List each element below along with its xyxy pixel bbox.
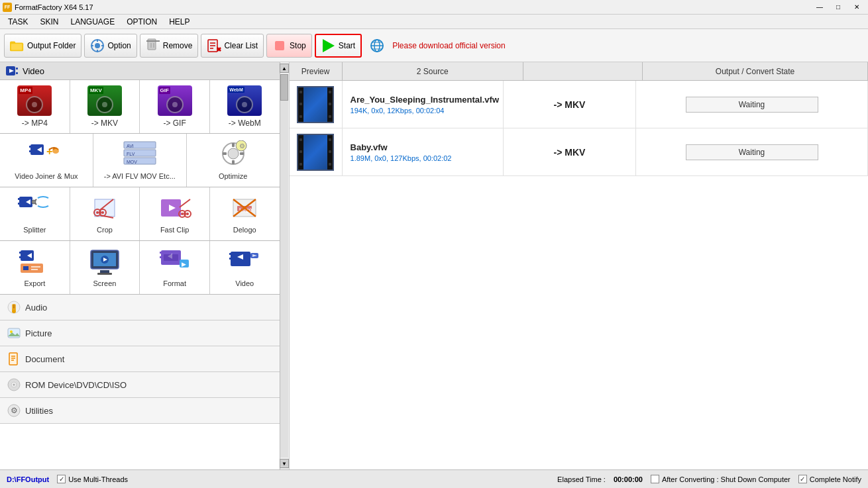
stop-button[interactable]: Stop: [266, 34, 312, 58]
output-folder-button[interactable]: Output Folder: [4, 34, 81, 58]
svg-point-66: [181, 213, 184, 215]
video-section-header: Video: [0, 62, 280, 80]
svg-point-4: [95, 43, 100, 48]
close-button[interactable]: ✕: [848, 1, 865, 14]
svg-rect-83: [100, 270, 109, 273]
svg-rect-31: [29, 146, 31, 148]
svg-rect-102: [13, 305, 15, 309]
svg-rect-28: [16, 72, 18, 74]
minimize-button[interactable]: —: [811, 1, 828, 14]
fileinfo-cell-1: Are_You_Sleeping_Instrumental.vfw 194K, …: [343, 81, 504, 128]
mkv-icon: MKV: [87, 85, 122, 116]
clear-list-button[interactable]: Clear List: [201, 34, 264, 58]
tool-avi[interactable]: AVI FLV MOV -> AVI FLV MOV Etc...: [93, 134, 186, 187]
picture-label: Picture: [25, 328, 52, 338]
svg-rect-2: [11, 44, 23, 50]
preview-header-text: Preview: [301, 67, 330, 76]
video-section-label: Video: [23, 66, 44, 76]
tool-splitter[interactable]: Splitter: [0, 187, 70, 240]
status-box-2: Waiting: [686, 144, 818, 160]
start-button[interactable]: Start: [315, 34, 362, 58]
svg-rect-106: [9, 353, 17, 365]
fastclip-icon: [158, 194, 191, 223]
table-row[interactable]: Are_You_Sleeping_Instrumental.vfw 194K, …: [290, 81, 868, 128]
titlebar: FF FormatFactory X64 5.17 — □ ✕: [0, 0, 868, 15]
svg-point-67: [186, 213, 189, 215]
scrollbar-thumb[interactable]: [280, 74, 288, 101]
svg-rect-84: [97, 273, 112, 275]
rom-section-header[interactable]: ROM Device\DVD\CD\ISO: [0, 372, 280, 397]
output-path: D:\FFOutput: [7, 475, 49, 483]
tool-video2[interactable]: Video: [210, 241, 280, 294]
tool-export[interactable]: Export: [0, 241, 70, 294]
menu-option[interactable]: OPTION: [121, 16, 162, 28]
menu-skin[interactable]: SKIN: [34, 16, 64, 28]
mkv-label: -> MKV: [91, 119, 118, 128]
tool-joiner[interactable]: + Video Joiner & Mux: [0, 134, 93, 187]
shutdown-item: After Converting : Shut Down Computer: [651, 475, 790, 483]
tool-optimize[interactable]: ⚙ Optimize: [187, 134, 280, 187]
filemeta-2: 1.89M, 0x0, 127Kbps, 00:02:02: [351, 154, 452, 162]
svg-text:MOV: MOV: [127, 160, 137, 164]
fileinfo-cell-2: Baby.vfw 1.89M, 0x0, 127Kbps, 00:02:02: [343, 128, 504, 175]
multithreads-checkbox[interactable]: [57, 475, 66, 483]
tool-format[interactable]: ▶ Format: [140, 241, 209, 294]
svg-rect-78: [23, 266, 28, 270]
format-mp4[interactable]: MP4 -> MP4: [0, 80, 70, 133]
tool-fastclip[interactable]: Fast Clip: [140, 187, 209, 240]
right-panel: Preview 2 Source Output / Convert State: [290, 62, 868, 469]
complete-notify-item: Complete Notify: [798, 475, 861, 483]
table-row[interactable]: Baby.vfw 1.89M, 0x0, 127Kbps, 00:02:02 -…: [290, 128, 868, 176]
picture-section-header[interactable]: Picture: [0, 320, 280, 346]
tool-crop[interactable]: Crop: [70, 187, 140, 240]
picture-icon: [7, 326, 21, 340]
remove-button[interactable]: Remove: [140, 34, 199, 58]
svg-rect-91: [164, 254, 178, 261]
tool-delogo[interactable]: Logo Delogo: [210, 187, 280, 240]
audio-section-header[interactable]: Audio: [0, 295, 280, 320]
tool-screen[interactable]: Screen: [70, 241, 140, 294]
svg-rect-96: [229, 253, 231, 255]
format-gif[interactable]: GIF -> GIF: [140, 80, 209, 133]
utilities-icon: ⚙: [7, 403, 21, 418]
mp4-icon: MP4: [17, 85, 52, 116]
rom-section: ROM Device\DVD\CD\ISO: [0, 372, 280, 398]
complete-notify-checkbox[interactable]: [798, 475, 807, 483]
crop-icon: [88, 194, 121, 223]
document-section: Document: [0, 346, 280, 372]
menubar: TASK SKIN LANGUAGE OPTION HELP: [0, 15, 868, 29]
format-mkv[interactable]: MKV -> MKV: [70, 80, 140, 133]
format-webm[interactable]: WebM -> WebM: [210, 80, 280, 133]
mp4-label: -> MP4: [22, 119, 48, 128]
scroll-up-button[interactable]: ▲: [280, 64, 289, 73]
svg-point-59: [96, 211, 99, 214]
app-icon: FF: [3, 3, 12, 12]
scroll-down-button[interactable]: ▼: [280, 459, 289, 468]
option-button[interactable]: Option: [84, 34, 136, 58]
clear-list-label: Clear List: [224, 41, 258, 50]
utilities-section-header[interactable]: ⚙ Utilities: [0, 398, 280, 423]
output-format-1: -> MKV: [554, 99, 586, 110]
svg-rect-79: [31, 266, 40, 268]
svg-rect-52: [18, 203, 20, 205]
elapsed-time: 00:00:00: [614, 475, 643, 483]
crop-label: Crop: [97, 226, 113, 234]
shutdown-checkbox[interactable]: [651, 475, 659, 483]
svg-rect-80: [31, 269, 38, 270]
main-content: Video MP4 -> MP4: [0, 62, 868, 469]
multithreads-label: Use Multi-Threads: [68, 475, 128, 483]
menu-task[interactable]: TASK: [3, 16, 33, 28]
maximize-button[interactable]: □: [830, 1, 847, 14]
gif-icon: GIF: [158, 85, 192, 116]
titlebar-controls: — □ ✕: [811, 1, 865, 14]
svg-line-65: [180, 199, 190, 207]
status-cell-2: Waiting: [636, 128, 868, 175]
menu-help[interactable]: HELP: [164, 16, 195, 28]
menu-language[interactable]: LANGUAGE: [65, 16, 120, 28]
toolbar: Output Folder Option Remove: [0, 29, 868, 62]
document-section-header[interactable]: Document: [0, 346, 280, 371]
remove-label: Remove: [163, 41, 193, 50]
sidebar: Video MP4 -> MP4: [0, 62, 290, 469]
svg-rect-32: [29, 150, 31, 152]
option-label: Option: [107, 41, 131, 50]
